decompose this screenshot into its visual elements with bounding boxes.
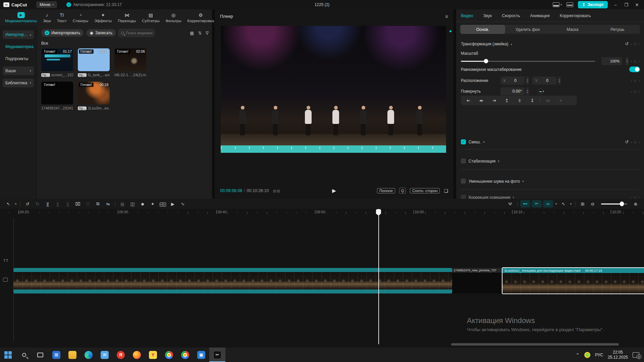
chevron-down-icon[interactable]: ▾ [513, 196, 514, 199]
cursor-mode-icon[interactable]: ↖ [558, 201, 569, 207]
playhead[interactable] [378, 209, 379, 344]
voiceover-mic-icon[interactable]: Ψ [505, 201, 515, 207]
stabilize-checkbox[interactable] [461, 159, 466, 164]
notification-icon[interactable]: 1 [633, 352, 639, 358]
keyframe-icon[interactable]: ◇ [634, 59, 637, 63]
chevron-down-icon[interactable]: ▾ [569, 202, 573, 206]
magnetic-snap-icon[interactable]: ⊷ [520, 200, 530, 208]
media-search[interactable] [118, 29, 155, 37]
magic-wand-icon[interactable]: ✦ [148, 201, 158, 207]
play-button[interactable]: ▶ [332, 188, 336, 194]
rotation-knob[interactable] [538, 89, 543, 94]
minimize-button[interactable]: – [612, 2, 619, 7]
compact-layout-icon[interactable] [567, 2, 573, 7]
taskbar-app-capcut[interactable]: ✂ [209, 348, 225, 362]
media-thumbnail[interactable]: Готово! 01:17 [41, 48, 73, 71]
media-item[interactable]: Готово! 174895247...23241.jpg [41, 82, 73, 110]
tray-chevron-icon[interactable]: ⌃ [576, 352, 580, 358]
preview-zoom-icon[interactable]: Q [399, 188, 406, 194]
tab-audio[interactable]: ♪ Звук [41, 12, 53, 23]
props-tab-video[interactable]: Видео [461, 13, 473, 18]
close-button[interactable]: ✕ [634, 2, 640, 7]
subtab-basic[interactable]: Основ. [460, 25, 505, 34]
chevron-down-icon[interactable]: ▾ [498, 160, 499, 163]
frames-grid-icon[interactable]: ▦▦ [273, 189, 280, 193]
auto-split-icon[interactable]: ✂ [532, 200, 542, 208]
subtab-retouch[interactable]: Ретушь [595, 25, 640, 34]
keyframe-icon[interactable]: ◇ [634, 79, 637, 83]
select-tool-icon[interactable]: ↖ [3, 201, 13, 207]
taskbar-app-explorer[interactable] [64, 348, 80, 362]
keyframe-next-icon[interactable]: › [639, 42, 640, 46]
chevron-down-icon[interactable]: ▾ [522, 180, 524, 183]
timeline-preview-icon[interactable]: ⊞ [578, 201, 588, 207]
keyframe-icon[interactable]: ◇ [634, 195, 637, 199]
fullscreen-icon[interactable]: ❏ [444, 188, 448, 193]
clock[interactable]: 22:05 25.12.2025 [608, 350, 628, 360]
chevron-down-icon[interactable]: ▾ [13, 202, 18, 206]
keyframe-next-icon[interactable]: › [639, 140, 640, 144]
filter-icon[interactable]: ∇ [206, 31, 209, 36]
portrait-enhance-icon[interactable]: ☻ [138, 201, 148, 207]
hd-icon[interactable]: HD [160, 202, 166, 207]
tab-filters[interactable]: ◎ Фильтры [163, 12, 184, 23]
record-button[interactable]: ◉ Записать [86, 29, 116, 37]
keyframe-prev-icon[interactable]: ‹ [631, 89, 632, 93]
scale-stepper[interactable]: ▴▾ [626, 57, 629, 65]
props-tab-adjust[interactable]: Корректировать [560, 13, 591, 18]
scale-slider[interactable] [461, 61, 595, 62]
taskbar-app-browser[interactable] [161, 348, 177, 362]
blend-checkbox[interactable]: ✓ [461, 139, 466, 144]
taskbar-app-chrome[interactable] [177, 348, 193, 362]
props-tab-animation[interactable]: Анимация [530, 13, 550, 18]
mirror-icon[interactable]: ⇋ [103, 201, 113, 207]
position-y-stepper[interactable]: ▴▾ [558, 77, 561, 85]
align-center-vertical-icon[interactable]: ⇳ [514, 98, 525, 103]
export-button[interactable]: ↥ Экспорт [578, 1, 608, 8]
lighting-checkbox[interactable] [461, 195, 466, 199]
keyframe-next-icon[interactable]: › [639, 89, 640, 93]
taskbar-app-mail[interactable]: ✉ [97, 348, 113, 362]
video-enhance-icon[interactable]: ▶ [168, 201, 178, 207]
chevron-up-icon[interactable]: ▴ [511, 42, 513, 46]
selected-clip[interactable]: 2LsuSmzJ_ Концовка для последующих видео… [502, 267, 644, 294]
position-x-field[interactable]: X 0 [500, 77, 525, 85]
timeline-horizontal-scrollbar[interactable] [451, 343, 619, 346]
taskbar-app-edge[interactable] [80, 348, 97, 362]
keyframe-icon[interactable]: ◇ [634, 42, 637, 46]
undo-icon[interactable]: ↺ [22, 201, 33, 207]
keyframe-next-icon[interactable]: › [639, 79, 640, 83]
tab-transitions[interactable]: ⋈ Переходы [115, 12, 138, 23]
sidebar-item-yours[interactable]: Ваши ▾ [3, 66, 34, 75]
beat-detect-icon[interactable]: ∿ [178, 201, 188, 207]
start-button[interactable] [0, 348, 16, 362]
keyframe-icon[interactable]: ◇ [634, 140, 637, 144]
keyframe-prev-icon[interactable]: ‹ [631, 42, 632, 46]
delete-icon[interactable]: ⌧ [73, 201, 83, 207]
quality-selector[interactable]: Полное [377, 188, 395, 193]
props-tab-speed[interactable]: Скорость [502, 13, 520, 18]
denoise-checkbox[interactable] [461, 179, 466, 184]
media-thumbnail[interactable]: Готово! 03:34 [78, 48, 110, 71]
tab-stickers[interactable]: ◔ Стикеры [70, 12, 91, 23]
sidebar-item-subprojects[interactable]: Подпроекты [3, 54, 34, 63]
maximize-button[interactable]: ❐ [623, 2, 629, 7]
rotate-value[interactable]: 0.00° [500, 87, 525, 95]
media-item[interactable]: Готово! 00:18 Пр... 2LsuSm...eo.mp4 [78, 82, 110, 110]
preview-image-clip[interactable]: 1748952474_new_preview_737 [452, 268, 502, 293]
keyframe-next-icon[interactable]: › [639, 195, 640, 199]
zoom-out-icon[interactable]: ⊖ [588, 201, 598, 207]
link-clips-icon[interactable]: ∞ [543, 200, 553, 208]
uniform-scale-toggle[interactable] [629, 66, 640, 72]
ratio-selector[interactable]: Соотн. сторон [410, 188, 440, 193]
crop-icon[interactable]: ⧉ [93, 201, 103, 207]
transition-tool-icon[interactable]: ◫ [127, 201, 138, 207]
props-tab-audio[interactable]: Звук [483, 13, 492, 18]
media-item[interactable]: Готово! 01:17 Пр... screen_...223.mp4 [41, 48, 73, 77]
media-item[interactable]: Готово! 02:06 НБ-22-1. ...24(2).mp4 [114, 48, 146, 77]
layout-switch-button[interactable]: ▾ [553, 2, 562, 7]
align-right-icon[interactable]: ⇥ [488, 98, 500, 103]
taskbar-app-photos[interactable]: ▣ [193, 348, 209, 362]
sort-icon[interactable]: ⇅ [198, 31, 202, 36]
align-bottom-icon[interactable]: ↧ [527, 98, 538, 103]
